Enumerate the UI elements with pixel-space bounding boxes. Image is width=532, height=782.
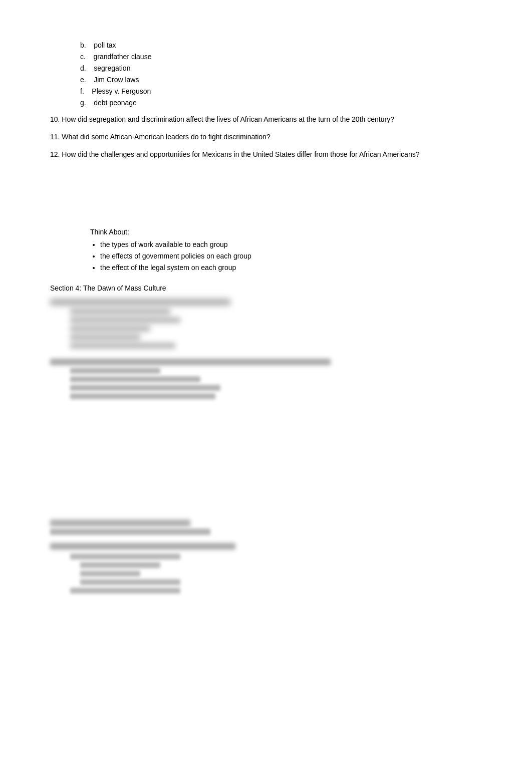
list-letter-e: e.	[80, 76, 86, 84]
section-4-header: Section 4: The Dawn of Mass Culture	[50, 283, 482, 294]
blurred-bottom-section	[50, 519, 482, 594]
list-text-e: Jim Crow laws	[94, 76, 139, 84]
think-about-label: Think About:	[90, 227, 482, 237]
question-12: 12. How did the challenges and opportuni…	[50, 149, 482, 160]
list-item-g: g. debt peonage	[80, 98, 482, 108]
think-about-section: Think About: the types of work available…	[50, 227, 482, 273]
spacer-2	[50, 409, 482, 509]
question-10-text: How did segregation and discrimination a…	[62, 115, 394, 123]
list-text-b: poll tax	[94, 41, 116, 49]
question-11-number: 11.	[50, 133, 60, 141]
blurred-area-2	[50, 359, 482, 399]
list-letter-c: c.	[80, 53, 86, 61]
list-item-b: b. poll tax	[80, 40, 482, 51]
blurred-text-1	[50, 299, 482, 349]
question-12-number: 12.	[50, 150, 60, 158]
list-item-d: d. segregation	[80, 63, 482, 74]
list-letter-f: f.	[80, 87, 84, 95]
spacer-1	[50, 167, 482, 197]
question-10: 10. How did segregation and discriminati…	[50, 114, 482, 125]
list-item-e: e. Jim Crow laws	[80, 75, 482, 85]
question-11-text: What did some African-American leaders d…	[62, 133, 270, 141]
list-text-g: debt peonage	[94, 99, 137, 107]
think-about-list: the types of work available to each grou…	[90, 239, 482, 273]
list-letter-g: g.	[80, 99, 86, 107]
list-text-d: segregation	[94, 64, 130, 72]
list-item-f: f. Plessy v. Ferguson	[80, 86, 482, 97]
list-text-c: grandfather clause	[93, 53, 151, 61]
think-about-item-3: the effect of the legal system on each g…	[100, 263, 482, 273]
blurred-area-1	[50, 299, 482, 349]
question-12-text: How did the challenges and opportunities…	[62, 150, 419, 158]
think-about-item-2: the effects of government policies on ea…	[100, 251, 482, 262]
list-item-c: c. grandfather clause	[80, 52, 482, 62]
alpha-list-section: b. poll tax c. grandfather clause d. seg…	[50, 40, 482, 108]
alpha-list: b. poll tax c. grandfather clause d. seg…	[50, 40, 482, 108]
list-letter: b.	[80, 41, 86, 49]
question-11: 11. What did some African-American leade…	[50, 132, 482, 142]
list-letter-d: d.	[80, 64, 86, 72]
question-10-number: 10.	[50, 115, 60, 123]
think-about-item-1: the types of work available to each grou…	[100, 239, 482, 250]
list-text-f: Plessy v. Ferguson	[92, 87, 151, 95]
